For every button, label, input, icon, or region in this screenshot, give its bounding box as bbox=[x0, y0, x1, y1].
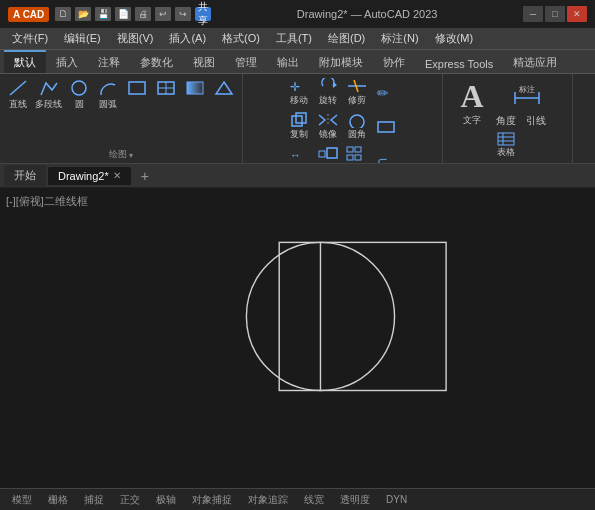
status-model[interactable]: 模型 bbox=[8, 493, 36, 507]
svg-text:角度: 角度 bbox=[496, 115, 516, 126]
pen-tool[interactable]: ✏ bbox=[372, 83, 400, 103]
save-icon[interactable]: 💾 bbox=[95, 7, 111, 21]
polyline-tool[interactable]: 多段线 bbox=[33, 76, 64, 113]
maximize-button[interactable]: □ bbox=[545, 6, 565, 22]
tab-view[interactable]: 视图 bbox=[183, 50, 225, 73]
tab-express-tools[interactable]: Express Tools bbox=[415, 53, 503, 73]
new-tab-button[interactable]: + bbox=[133, 165, 157, 187]
tab-manage[interactable]: 管理 bbox=[225, 50, 267, 73]
tab-insert[interactable]: 插入 bbox=[46, 50, 88, 73]
array-tool[interactable]: 阵列 bbox=[343, 144, 371, 164]
menu-insert[interactable]: 插入(A) bbox=[161, 29, 214, 48]
copy-tool[interactable]: 复制 bbox=[285, 110, 313, 143]
status-grid[interactable]: 栅格 bbox=[44, 493, 72, 507]
table-tool[interactable]: 表格 bbox=[492, 130, 520, 161]
minimize-button[interactable]: ─ bbox=[523, 6, 543, 22]
move-tool[interactable]: ✛ 移动 bbox=[285, 76, 313, 109]
arc-icon bbox=[97, 78, 119, 98]
mirror-tool[interactable]: 镜像 bbox=[314, 110, 342, 143]
dimension-tool[interactable]: 标注 bbox=[492, 76, 562, 108]
tab-featured[interactable]: 精选应用 bbox=[503, 50, 567, 73]
hatch-tool[interactable] bbox=[152, 78, 180, 98]
tab-collaborate[interactable]: 协作 bbox=[373, 50, 415, 73]
circle-icon bbox=[68, 78, 90, 98]
doc-tabs: 开始 Drawing2* ✕ + bbox=[0, 164, 595, 188]
stretch-tool[interactable]: ↔ 拉伸 bbox=[285, 144, 313, 164]
menu-draw[interactable]: 绘图(D) bbox=[320, 29, 373, 48]
print-icon[interactable]: 🖨 bbox=[135, 7, 151, 21]
tab-addons[interactable]: 附加模块 bbox=[309, 50, 373, 73]
save-as-icon[interactable]: 📄 bbox=[115, 7, 131, 21]
status-ortho[interactable]: 正交 bbox=[116, 493, 144, 507]
ribbon-group-modify: ✛ 移动 旋转 修剪 ✏ 复制 bbox=[243, 74, 443, 163]
circle-tool[interactable]: 圆 bbox=[65, 76, 93, 113]
svg-rect-32 bbox=[498, 133, 514, 145]
tab-annotate[interactable]: 注释 bbox=[88, 50, 130, 73]
undo-icon[interactable]: ↩ bbox=[155, 7, 171, 21]
mirror-icon bbox=[317, 112, 339, 128]
menu-tools[interactable]: 工具(T) bbox=[268, 29, 320, 48]
menu-format[interactable]: 格式(O) bbox=[214, 29, 268, 48]
leader-tool[interactable]: 引线 bbox=[522, 109, 550, 129]
move-icon: ✛ bbox=[290, 78, 308, 94]
status-otrack[interactable]: 对象追踪 bbox=[244, 493, 292, 507]
menu-view[interactable]: 视图(V) bbox=[109, 29, 162, 48]
fillet-tool[interactable]: 圆角 bbox=[343, 110, 371, 143]
status-lineweight[interactable]: 线宽 bbox=[300, 493, 328, 507]
drawing-area[interactable]: [-][俯视]二维线框 bbox=[0, 188, 595, 488]
menu-dimension[interactable]: 标注(N) bbox=[373, 29, 426, 48]
status-transparency[interactable]: 透明度 bbox=[336, 493, 374, 507]
share-icon[interactable]: 共享 bbox=[195, 7, 211, 21]
tab-start[interactable]: 开始 bbox=[4, 165, 46, 186]
svg-rect-6 bbox=[187, 82, 203, 94]
draw-group-label[interactable]: 绘图 bbox=[4, 146, 238, 163]
open-file-icon[interactable]: 📂 bbox=[75, 7, 91, 21]
status-snap[interactable]: 捕捉 bbox=[80, 493, 108, 507]
table-icon bbox=[497, 132, 515, 146]
extend-icon: ⊂ bbox=[377, 153, 395, 165]
menu-file[interactable]: 文件(F) bbox=[4, 29, 56, 48]
text-large-icon: A bbox=[457, 78, 487, 114]
scale-tool[interactable]: 缩放 bbox=[314, 144, 342, 164]
ribbon-group-draw: 直线 多段线 圆 圆弧 bbox=[0, 74, 243, 163]
svg-point-16 bbox=[350, 115, 364, 128]
title-icons: 🗋 📂 💾 📄 🖨 ↩ ↪ 共享 bbox=[55, 7, 211, 21]
svg-text:引线: 引线 bbox=[526, 115, 546, 126]
redo-icon[interactable]: ↪ bbox=[175, 7, 191, 21]
angle-dim-tool[interactable]: 角度 bbox=[492, 109, 520, 129]
fillet-icon bbox=[346, 112, 368, 128]
svg-line-0 bbox=[10, 81, 26, 95]
menu-edit[interactable]: 编辑(E) bbox=[56, 29, 109, 48]
scale-icon bbox=[317, 146, 339, 162]
line-tool[interactable]: 直线 bbox=[4, 76, 32, 113]
svg-marker-9 bbox=[333, 82, 337, 88]
trim-icon bbox=[346, 78, 368, 94]
title-text: Drawing2* — AutoCAD 2023 bbox=[217, 8, 517, 20]
menu-modify[interactable]: 修改(M) bbox=[427, 29, 482, 48]
tab-parametric[interactable]: 参数化 bbox=[130, 50, 183, 73]
svg-rect-13 bbox=[292, 116, 302, 126]
status-polar[interactable]: 极轴 bbox=[152, 493, 180, 507]
arc-tool[interactable]: 圆弧 bbox=[94, 76, 122, 113]
gradient-tool[interactable] bbox=[181, 78, 209, 98]
close-button[interactable]: ✕ bbox=[567, 6, 587, 22]
modify-tools: ✛ 移动 旋转 修剪 ✏ 复制 bbox=[285, 76, 400, 164]
rotate-tool[interactable]: 旋转 bbox=[314, 76, 342, 109]
tab-output[interactable]: 输出 bbox=[267, 50, 309, 73]
svg-text:✛: ✛ bbox=[290, 80, 300, 94]
svg-rect-2 bbox=[129, 82, 145, 94]
boundary-tool[interactable] bbox=[210, 78, 238, 98]
status-dyn[interactable]: DYN bbox=[382, 494, 411, 505]
erase-tool[interactable] bbox=[372, 117, 400, 137]
tab-default[interactable]: 默认 bbox=[4, 50, 46, 73]
tab-drawing2-close[interactable]: ✕ bbox=[113, 170, 121, 181]
trim-tool[interactable]: 修剪 bbox=[343, 76, 371, 109]
status-osnap[interactable]: 对象捕捉 bbox=[188, 493, 236, 507]
text-tool[interactable]: A 文字 bbox=[453, 76, 491, 129]
extend-tool[interactable]: ⊂ bbox=[372, 151, 400, 165]
tab-drawing2[interactable]: Drawing2* ✕ bbox=[48, 167, 131, 185]
draw-tools: 直线 多段线 圆 圆弧 bbox=[4, 76, 238, 146]
svg-point-1 bbox=[72, 81, 86, 95]
new-file-icon[interactable]: 🗋 bbox=[55, 7, 71, 21]
rect-tool[interactable] bbox=[123, 78, 151, 98]
